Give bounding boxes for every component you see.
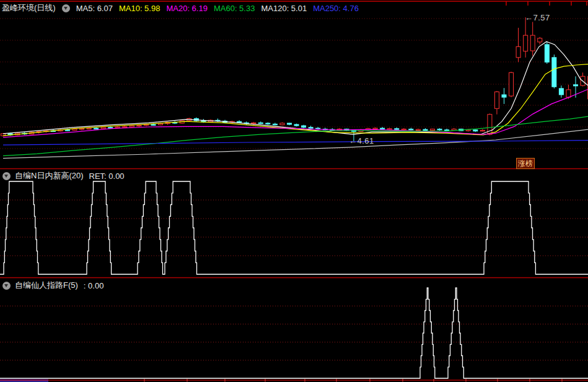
toolbar-ma-0: MA5: 6.07 <box>76 4 113 13</box>
toolbar-ma-1: MA10: 5.98 <box>119 4 160 13</box>
toolbar-ma-2: MA20: 6.19 <box>166 4 208 13</box>
chevron-down-icon[interactable] <box>2 282 11 290</box>
chevron-down-icon[interactable] <box>62 4 70 12</box>
indicator2-value: : 0.00 <box>84 281 104 290</box>
indicator1-value: RET: 0.00 <box>89 171 125 181</box>
indicator1-header: 自编N日内新高(20) RET: 0.00 <box>2 170 125 181</box>
main-chart-header: 盈峰环境(日线) MA5: 6.07 MA10: 5.98 MA20: 6.19… <box>2 2 359 14</box>
stock-title: 盈峰环境(日线) <box>2 2 56 14</box>
indicator2-header: 自编仙人指路F(5) : 0.00 <box>2 280 103 291</box>
indicator2-name: 自编仙人指路F(5) <box>15 280 78 291</box>
indicator1-name: 自编N日内新高(20) <box>15 170 84 181</box>
gainers-list-badge[interactable]: 涨榜 <box>516 158 535 169</box>
chart-canvas[interactable] <box>0 0 588 382</box>
chevron-down-icon[interactable] <box>2 172 11 180</box>
toolbar-ma-5: MA250: 4.76 <box>313 4 359 13</box>
high-price-annotation: ←7.57 <box>525 13 550 22</box>
stock-chart-window: 盈峰环境(日线) MA5: 6.07 MA10: 5.98 MA20: 6.19… <box>0 0 588 382</box>
low-price-annotation: ←4.61 <box>349 136 374 145</box>
toolbar-ma-4: MA120: 5.01 <box>261 4 307 13</box>
toolbar-ma-3: MA60: 5.33 <box>214 4 255 13</box>
